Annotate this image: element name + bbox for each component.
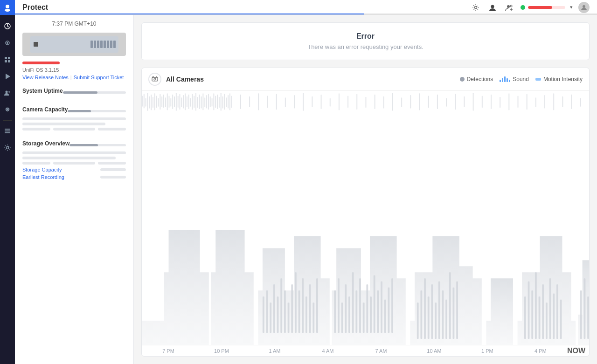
svg-rect-25 [152,77,158,81]
nav-camera[interactable] [0,35,15,50]
svg-rect-126 [295,272,297,333]
svg-rect-41 [167,93,168,110]
nav-list[interactable] [0,124,15,138]
svg-rect-52 [187,96,187,107]
skeleton-md-2 [53,162,95,165]
nav-users[interactable] [0,86,15,101]
error-description: There was an error requesting your event… [151,43,580,50]
svg-rect-140 [359,278,361,333]
svg-rect-53 [188,95,189,109]
svg-rect-43 [170,98,171,107]
error-banner: Error There was an error requesting your… [141,22,590,60]
app-logo[interactable] [0,0,15,15]
svg-rect-39 [163,95,164,108]
svg-rect-166 [539,296,541,339]
svg-rect-9 [5,60,7,62]
svg-rect-137 [348,296,350,333]
svg-rect-102 [455,94,456,110]
svg-rect-80 [258,93,259,110]
nav-location[interactable] [0,103,15,117]
svg-rect-134 [338,278,340,333]
time-label-1pm: 1 PM [461,348,514,354]
gear-accounts-icon[interactable] [504,2,515,13]
svg-rect-10 [8,60,10,62]
svg-rect-151 [420,290,422,339]
camera-capacity-label: Camera Capacity [22,106,68,113]
svg-rect-63 [206,95,207,109]
storage-overview-row: Storage Overview [22,140,126,150]
top-bar: Protect ▾ [15,0,597,15]
svg-rect-45 [174,96,175,107]
submit-support-ticket-link[interactable]: Submit Support Ticket [74,75,124,80]
storage-capacity-label[interactable]: Storage Capacity [22,167,62,172]
svg-rect-133 [334,290,336,333]
svg-rect-130 [309,284,311,333]
view-release-notes-link[interactable]: View Release Notes [22,75,69,80]
svg-point-1 [5,9,10,12]
svg-rect-142 [366,284,368,333]
content-area: Error There was an error requesting your… [134,15,597,364]
skeleton-sm-2 [98,128,126,130]
settings-icon[interactable] [470,2,481,13]
svg-rect-153 [428,296,430,339]
svg-rect-169 [549,278,551,339]
svg-line-4 [7,26,9,27]
nav-grid[interactable] [0,52,15,67]
svg-rect-51 [185,93,186,110]
svg-rect-55 [192,94,193,110]
svg-rect-129 [305,296,307,333]
time-label-7pm: 7 PM [142,348,195,354]
camera-capacity-bar [68,110,126,112]
svg-rect-127 [298,290,300,333]
nav-clock[interactable] [0,19,15,34]
svg-rect-108 [508,93,509,110]
device-image [22,33,126,56]
svg-rect-117 [263,296,264,333]
nav-play[interactable] [0,69,15,84]
svg-rect-109 [518,96,519,108]
svg-marker-11 [6,74,10,79]
svg-rect-85 [303,93,304,111]
skeleton-2 [22,123,105,125]
svg-rect-139 [355,290,357,333]
storage-capacity-row: Storage Capacity [22,167,126,172]
storage-bar-fill [528,6,552,9]
loading-bar [15,14,597,14]
nav-settings[interactable] [0,140,15,155]
svg-rect-159 [449,272,451,339]
storage-capacity-val [100,168,126,171]
svg-rect-66 [212,98,213,107]
camera-section-title: All Cameras [166,76,460,83]
storage-overview-label: Storage Overview [22,140,69,147]
svg-rect-119 [270,302,271,333]
svg-rect-99 [428,96,429,108]
svg-rect-144 [374,275,375,333]
svg-point-20 [475,6,477,8]
user-avatar[interactable] [578,2,590,13]
svg-rect-105 [482,96,483,108]
legend-sound: Sound [500,76,529,82]
svg-rect-123 [284,290,286,333]
svg-rect-65 [210,96,211,107]
svg-rect-118 [266,290,268,333]
svg-rect-136 [345,284,347,333]
svg-rect-58 [197,97,198,108]
svg-rect-116 [580,98,581,107]
main-layout: 7:37 PM GMT+10 UniFi OS 3.1.15 [15,15,597,364]
svg-rect-174 [583,278,585,339]
svg-rect-98 [419,93,420,110]
svg-rect-95 [392,93,393,111]
svg-rect-160 [453,288,455,339]
chart-main[interactable] [142,91,589,345]
svg-point-24 [583,5,585,8]
storage-dropdown[interactable]: ▾ [570,4,573,10]
svg-rect-148 [388,288,389,333]
sidebar-time: 7:37 PM GMT+10 [22,21,126,27]
chart-svg [142,91,589,345]
earliest-recording-label[interactable]: Earliest Recording [22,174,64,180]
svg-rect-170 [553,294,555,339]
svg-rect-165 [535,272,537,339]
svg-rect-38 [161,96,162,107]
svg-rect-141 [363,302,365,333]
account-icon[interactable] [487,2,498,13]
